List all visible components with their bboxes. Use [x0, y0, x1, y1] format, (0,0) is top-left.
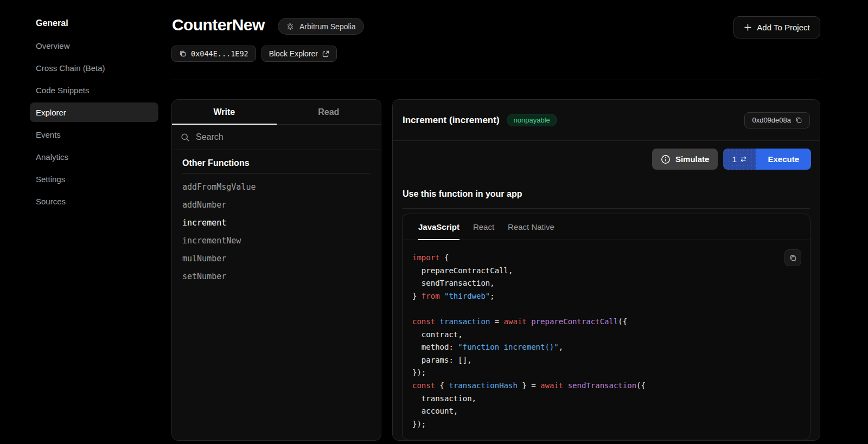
- mutability-badge: nonpayable: [507, 114, 557, 126]
- code-tabs: JavaScriptReactReact Native: [403, 214, 810, 240]
- sidebar-item-analytics[interactable]: Analytics: [30, 147, 158, 166]
- sidebar-item-sources[interactable]: Sources: [30, 191, 158, 211]
- function-item-mulNumber[interactable]: mulNumber: [182, 249, 371, 267]
- sidebar-group-label: General: [30, 18, 158, 28]
- code-tab-react-native[interactable]: React Native: [508, 214, 554, 240]
- plus-icon: [744, 23, 752, 31]
- execute-button[interactable]: Execute: [756, 149, 811, 170]
- sidebar-item-events[interactable]: Events: [30, 125, 158, 144]
- function-selector-label: 0xd09de08a: [752, 116, 791, 124]
- function-detail-panel: Increment (increment) nonpayable 0xd09de…: [392, 99, 820, 441]
- add-to-project-button[interactable]: Add To Project: [733, 16, 820, 38]
- code-line: sendTransaction,: [412, 277, 800, 290]
- search-icon: [181, 133, 190, 142]
- sidebar-item-explorer[interactable]: Explorer: [30, 102, 158, 122]
- sidebar-item-code-snippets[interactable]: Code Snippets: [30, 80, 158, 100]
- code-line: prepareContractCall,: [412, 265, 800, 278]
- code-line: });: [412, 418, 800, 431]
- external-link-icon: [322, 50, 329, 57]
- code-line: });: [412, 366, 800, 379]
- action-row: Simulate 1 Execute: [393, 149, 820, 170]
- network-badge[interactable]: Arbitrum Sepolia: [278, 18, 364, 35]
- tab-read[interactable]: Read: [277, 100, 381, 124]
- block-explorer-label: Block Explorer: [269, 49, 318, 58]
- code-area: import { prepareContractCall, sendTransa…: [403, 240, 810, 440]
- code-card: JavaScriptReactReact Native import { pre…: [402, 214, 810, 440]
- code-line: [412, 303, 800, 316]
- other-functions-heading: Other Functions: [182, 158, 371, 168]
- add-to-project-label: Add To Project: [757, 23, 809, 32]
- code-line: } from "thirdweb";: [412, 290, 800, 303]
- execute-button-group: 1 Execute: [723, 149, 811, 170]
- copy-icon: [179, 50, 187, 57]
- code-line: import {: [412, 252, 800, 265]
- contract-address-button[interactable]: 0x044E...1E92: [171, 46, 256, 62]
- copy-icon: [789, 254, 797, 262]
- function-item-setNumber[interactable]: setNumber: [182, 267, 371, 285]
- tab-write[interactable]: Write: [172, 100, 277, 124]
- code-line: method: "function increment()",: [412, 341, 800, 354]
- code-line: const transaction = await prepareContrac…: [412, 316, 800, 329]
- function-item-addNumber[interactable]: addNumber: [182, 196, 371, 214]
- function-detail-header: Increment (increment) nonpayable 0xd09de…: [393, 100, 820, 141]
- copy-icon: [795, 117, 802, 124]
- function-item-addFromMsgValue[interactable]: addFromMsgValue: [182, 178, 371, 196]
- sidebar: General OverviewCross Chain (Beta)Code S…: [30, 18, 158, 214]
- info-icon: [661, 155, 671, 164]
- simulate-label: Simulate: [675, 155, 710, 164]
- sidebar-item-overview[interactable]: Overview: [30, 36, 158, 55]
- usage-divider: [403, 208, 810, 209]
- code-line: params: [],: [412, 354, 800, 367]
- code-line: account,: [412, 405, 800, 418]
- functions-panel: WriteRead Other Functions addFromMsgValu…: [171, 99, 381, 441]
- code-tab-react[interactable]: React: [473, 214, 494, 240]
- function-list: addFromMsgValueaddNumberincrementincreme…: [182, 178, 371, 285]
- transaction-count-button[interactable]: 1: [723, 149, 756, 170]
- code-line: transaction,: [412, 392, 800, 406]
- sidebar-nav: OverviewCross Chain (Beta)Code SnippetsE…: [30, 36, 158, 211]
- simulate-button[interactable]: Simulate: [652, 149, 718, 170]
- code-line: contract,: [412, 329, 800, 342]
- chain-icon: [286, 22, 295, 31]
- usage-heading: Use this function in your app: [403, 189, 810, 199]
- page-title: CounterNew: [172, 16, 265, 34]
- copy-code-button[interactable]: [784, 249, 801, 266]
- write-read-tabs: WriteRead: [172, 100, 381, 125]
- contract-address-label: 0x044E...1E92: [191, 49, 248, 58]
- network-badge-label: Arbitrum Sepolia: [299, 22, 356, 31]
- section-divider: [182, 173, 371, 173]
- code-tab-javascript[interactable]: JavaScript: [418, 214, 459, 240]
- sidebar-item-cross-chain[interactable]: Cross Chain (Beta): [30, 58, 158, 78]
- function-item-incrementNew[interactable]: incrementNew: [182, 231, 371, 249]
- search-input[interactable]: [196, 132, 372, 142]
- block-explorer-button[interactable]: Block Explorer: [261, 46, 337, 62]
- search-bar: [172, 125, 381, 150]
- functions-body: Other Functions addFromMsgValueaddNumber…: [172, 150, 381, 293]
- transaction-count: 1: [732, 155, 737, 164]
- code-line: const { transactionHash } = await sendTr…: [412, 379, 800, 392]
- header-divider: [171, 80, 820, 80]
- function-title: Increment (increment): [403, 115, 500, 126]
- function-selector-button[interactable]: 0xd09de08a: [744, 112, 810, 128]
- function-item-increment[interactable]: increment: [182, 214, 371, 231]
- sidebar-item-settings[interactable]: Settings: [30, 169, 158, 189]
- swap-arrows-icon: [740, 156, 747, 163]
- address-row: 0x044E...1E92 Block Explorer: [171, 46, 337, 62]
- code-block: import { prepareContractCall, sendTransa…: [412, 252, 800, 430]
